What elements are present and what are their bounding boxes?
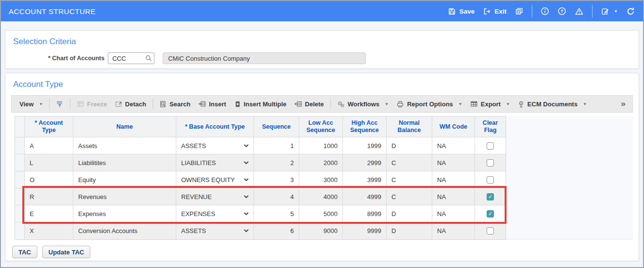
- account-type-cell[interactable]: L: [25, 154, 73, 171]
- sequence-cell[interactable]: 6: [254, 222, 299, 239]
- base-account-type-cell[interactable]: ASSETS: [176, 222, 254, 239]
- report-options-menu-button[interactable]: Report Options ▼: [392, 99, 466, 110]
- stacked-documents-icon: [515, 7, 524, 16]
- low-acc-sequence-cell[interactable]: 5000: [299, 205, 343, 222]
- col-high-acc-sequence: High Acc Sequence: [343, 117, 387, 137]
- workflows-menu-button[interactable]: Workflows ▼: [333, 99, 392, 110]
- exit-button[interactable]: Exit: [483, 7, 507, 16]
- page-title: ACCOUNT STRUCTURE: [9, 7, 96, 16]
- normal-balance-cell[interactable]: D: [387, 222, 432, 239]
- high-acc-sequence-cell[interactable]: 3999: [343, 171, 387, 188]
- row-selector[interactable]: [15, 222, 25, 239]
- name-cell[interactable]: Revenues: [73, 188, 176, 205]
- base-account-type-cell[interactable]: OWNERS EQUITY: [176, 171, 254, 188]
- printer-icon: [396, 100, 404, 108]
- clear-flag-checkbox[interactable]: [487, 176, 494, 184]
- sequence-cell[interactable]: 4: [254, 188, 299, 205]
- insert-multiple-button[interactable]: Insert Multiple: [230, 99, 290, 110]
- name-cell[interactable]: Liabilitites: [73, 154, 176, 171]
- base-account-type-cell[interactable]: EXPENSES: [176, 205, 254, 222]
- wm-code-cell[interactable]: NA: [432, 188, 475, 205]
- normal-balance-cell[interactable]: D: [387, 205, 432, 222]
- table-row: O Equity OWNERS EQUITY 3 3000 3999 C NA: [15, 171, 506, 188]
- clear-flag-checkbox[interactable]: ✓: [487, 210, 494, 218]
- ecm-documents-menu-button[interactable]: ECM Documents ▼: [514, 99, 591, 110]
- sequence-cell[interactable]: 5: [254, 205, 299, 222]
- wm-code-cell[interactable]: NA: [432, 171, 475, 188]
- warning-button[interactable]: [575, 7, 584, 16]
- low-acc-sequence-cell[interactable]: 9000: [299, 222, 343, 239]
- base-account-type-value: EXPENSES: [181, 210, 215, 218]
- sequence-cell[interactable]: 1: [254, 137, 299, 154]
- account-type-cell[interactable]: A: [25, 137, 73, 154]
- chevron-down-icon[interactable]: [244, 229, 249, 233]
- low-acc-sequence-cell[interactable]: 4000: [299, 188, 343, 205]
- edit-notes-button[interactable]: ▼: [601, 7, 618, 16]
- update-tac-button[interactable]: Update TAC: [42, 246, 90, 258]
- base-account-type-cell[interactable]: REVENUE: [176, 188, 254, 205]
- clear-flag-checkbox[interactable]: [487, 227, 494, 234]
- account-type-cell[interactable]: O: [25, 171, 73, 188]
- clear-flag-checkbox[interactable]: [487, 142, 494, 150]
- col-clear-flag: Clear Flag: [475, 117, 506, 137]
- normal-balance-cell[interactable]: C: [387, 171, 432, 188]
- sequence-cell[interactable]: 2: [254, 154, 299, 171]
- account-type-cell[interactable]: R: [25, 188, 73, 205]
- detach-button[interactable]: Detach: [111, 99, 150, 110]
- insert-button[interactable]: Insert: [194, 99, 230, 110]
- clear-flag-checkbox[interactable]: ✓: [487, 193, 494, 201]
- base-account-type-cell[interactable]: LIABILITIES: [176, 154, 254, 171]
- chevron-down-icon[interactable]: [244, 212, 249, 216]
- account-type-cell[interactable]: E: [25, 205, 73, 222]
- high-acc-sequence-cell[interactable]: 1999: [343, 137, 387, 154]
- high-acc-sequence-cell[interactable]: 8999: [343, 205, 387, 222]
- search-button[interactable]: Search: [155, 99, 194, 110]
- table-row: A Assets ASSETS 1 1000 1999 D NA: [15, 137, 506, 154]
- normal-balance-cell[interactable]: C: [387, 188, 432, 205]
- high-acc-sequence-cell[interactable]: 2999: [343, 154, 387, 171]
- help-button[interactable]: ?: [558, 7, 566, 16]
- wm-code-cell[interactable]: NA: [432, 222, 475, 239]
- row-selector[interactable]: [15, 171, 25, 188]
- low-acc-sequence-cell[interactable]: 3000: [299, 171, 343, 188]
- name-cell[interactable]: Expenses: [73, 205, 176, 222]
- base-account-type-cell[interactable]: ASSETS: [176, 137, 254, 154]
- clear-flag-checkbox[interactable]: [487, 159, 494, 167]
- low-acc-sequence-cell[interactable]: 1000: [299, 137, 343, 154]
- tac-button[interactable]: TAC: [12, 246, 37, 258]
- chevron-down-icon[interactable]: [244, 178, 249, 182]
- wm-code-cell[interactable]: NA: [432, 205, 475, 222]
- stacked-documents-button[interactable]: [515, 7, 524, 16]
- name-cell[interactable]: Assets: [73, 137, 176, 154]
- name-cell[interactable]: Conversion Accounts: [73, 222, 176, 239]
- low-acc-sequence-cell[interactable]: 2000: [299, 154, 343, 171]
- search-lov-icon[interactable]: [145, 55, 152, 62]
- chevron-down-icon[interactable]: [244, 144, 249, 148]
- refresh-button[interactable]: [626, 7, 635, 16]
- row-selector[interactable]: [15, 154, 25, 171]
- high-acc-sequence-cell[interactable]: 4999: [343, 188, 387, 205]
- wm-code-cell[interactable]: NA: [432, 137, 475, 154]
- account-type-cell[interactable]: X: [25, 222, 73, 239]
- row-selector[interactable]: [15, 137, 25, 154]
- row-selector[interactable]: [15, 188, 25, 205]
- row-selector[interactable]: [15, 205, 25, 222]
- name-cell[interactable]: Equity: [73, 171, 176, 188]
- normal-balance-cell[interactable]: D: [387, 137, 432, 154]
- view-menu-button[interactable]: View ▼: [16, 99, 47, 110]
- info-button[interactable]: [541, 7, 549, 16]
- save-button[interactable]: Save: [448, 7, 475, 16]
- col-name: Name: [73, 117, 176, 137]
- export-menu-button[interactable]: Export ▼: [466, 99, 514, 110]
- wm-code-cell[interactable]: NA: [432, 154, 475, 171]
- export-table-icon: [470, 100, 478, 107]
- high-acc-sequence-cell[interactable]: 9999: [343, 222, 387, 239]
- normal-balance-cell[interactable]: C: [387, 154, 432, 171]
- sequence-cell[interactable]: 3: [254, 171, 299, 188]
- delete-button[interactable]: Delete: [290, 99, 328, 110]
- query-by-example-button[interactable]: [52, 99, 68, 110]
- chevron-down-icon[interactable]: [244, 161, 249, 165]
- toolbar-overflow-button[interactable]: »: [618, 99, 628, 109]
- account-structure-window: ACCOUNT STRUCTURE Save Exit: [0, 0, 644, 268]
- chevron-down-icon[interactable]: [244, 195, 249, 199]
